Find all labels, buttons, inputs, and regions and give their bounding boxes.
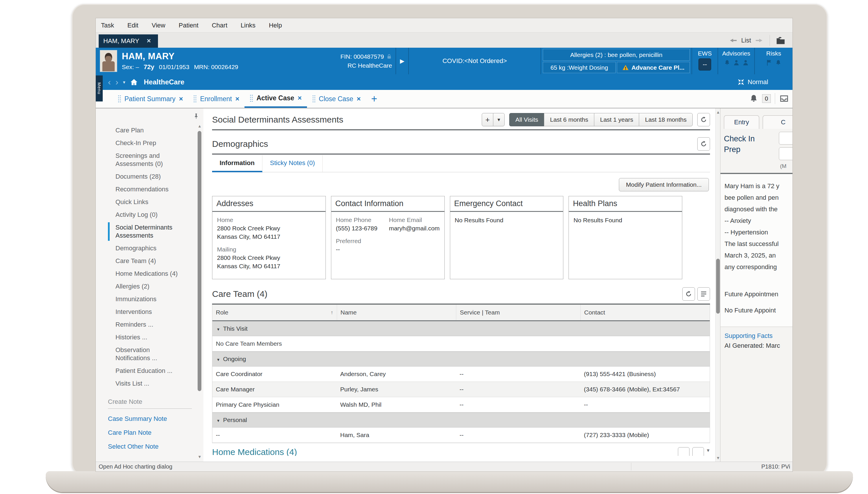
scroll-up-icon[interactable] (198, 124, 202, 129)
scroll-up-icon[interactable] (716, 110, 720, 115)
group-personal[interactable]: Personal (212, 413, 710, 428)
table-row[interactable]: Primary Care Physician Walsh MD, Phil --… (212, 397, 710, 413)
sidebar-item-check-in-prep[interactable]: Check-In Prep (112, 137, 185, 149)
back-icon[interactable]: ‹ (108, 78, 111, 87)
clipped-button[interactable] (779, 132, 793, 145)
scrollbar-thumb[interactable] (716, 259, 720, 314)
sidebar-item-reminders[interactable]: Reminders ... (112, 318, 185, 331)
drag-handle-icon[interactable] (193, 95, 197, 103)
care-plan-note-link[interactable]: Care Plan Note (108, 429, 192, 436)
close-icon[interactable] (235, 95, 239, 103)
table-row[interactable]: Care Coordinator Anderson, Carey -- (913… (212, 366, 710, 382)
menu-help[interactable]: Help (269, 22, 282, 29)
tab-enrollment[interactable]: Enrollment (188, 90, 245, 108)
home-icon[interactable] (130, 78, 138, 86)
menu-view[interactable]: View (151, 22, 165, 29)
tab-entry[interactable]: Entry (724, 115, 759, 129)
sidebar-item-recommendations[interactable]: Recommendations (112, 183, 185, 196)
close-icon[interactable] (179, 95, 183, 103)
clipped-button[interactable] (779, 147, 793, 160)
menu-links[interactable]: Links (241, 22, 255, 29)
refresh-button[interactable] (682, 287, 695, 301)
sidebar-item-allergies[interactable]: Allergies (2) (112, 280, 185, 293)
sidebar-item-interventions[interactable]: Interventions (112, 306, 185, 318)
weight-dosing-field[interactable]: 65 kg :Weight Dosing (543, 62, 616, 73)
advance-care-plan-field[interactable]: Advance Care Pl... (617, 62, 690, 73)
home-medications-title[interactable]: Home Medications (4) (212, 447, 297, 456)
column-role[interactable]: Role (212, 305, 337, 320)
close-icon[interactable] (298, 94, 302, 102)
sidebar-item-social-determinants[interactable]: Social Determinants Assessments (112, 221, 185, 242)
tab-information[interactable]: Information (212, 155, 263, 172)
sidebar-item-patient-education[interactable]: Patient Education ... (112, 364, 185, 377)
advisories-panel[interactable]: Advisories (718, 48, 754, 74)
tab-patient-summary[interactable]: Patient Summary (112, 90, 188, 108)
sidebar-item-home-medications[interactable]: Home Medications (4) (112, 267, 185, 280)
scroll-down-icon[interactable] (716, 455, 720, 460)
supporting-facts-link[interactable]: Supporting Facts (724, 332, 793, 340)
banner-expand-button[interactable] (396, 48, 408, 74)
add-tab-button[interactable]: + (366, 90, 382, 108)
home-label[interactable]: HealtheCare (144, 78, 184, 86)
chevron-down-icon[interactable]: ▾ (493, 113, 505, 126)
sidebar-item-care-plan[interactable]: Care Plan (112, 124, 185, 137)
filter-all-visits[interactable]: All Visits (509, 113, 544, 126)
modify-patient-information-button[interactable]: Modify Patient Information... (619, 178, 709, 191)
filter-last-6-months[interactable]: Last 6 months (544, 113, 594, 126)
arrow-right-icon[interactable] (755, 38, 763, 43)
table-row[interactable]: Care Manager Purley, James -- (345) 678-… (212, 382, 710, 397)
drag-handle-icon[interactable] (118, 95, 121, 103)
main-scrollbar[interactable] (715, 108, 720, 462)
close-icon[interactable] (147, 37, 151, 45)
sidebar-item-screenings[interactable]: Screenings and Assessments (0) (112, 149, 185, 170)
filter-last-18-months[interactable]: Last 18 months (639, 113, 693, 126)
refresh-button[interactable] (697, 137, 710, 151)
sidebar-item-observation-notifications[interactable]: Observation Notifications ... (112, 344, 185, 364)
group-ongoing[interactable]: Ongoing (212, 352, 710, 366)
close-icon[interactable] (357, 95, 361, 103)
sidebar-item-demographics[interactable]: Demographics (112, 242, 185, 255)
select-other-note-link[interactable]: Select Other Note (108, 443, 192, 450)
chevron-down-icon[interactable] (123, 79, 125, 85)
column-contact[interactable]: Contact (580, 305, 710, 320)
group-this-visit[interactable]: This Visit (212, 321, 710, 336)
case-summary-note-link[interactable]: Case Summary Note (108, 415, 192, 423)
menu-chart[interactable]: Chart (212, 22, 228, 29)
notification-count[interactable]: 0 (762, 94, 771, 103)
arrow-left-icon[interactable] (729, 38, 738, 43)
patient-photo[interactable] (100, 50, 117, 72)
allergies-field[interactable]: Allergies (2) : bee pollen, penicillin (543, 49, 690, 61)
sidebar-item-quick-links[interactable]: Quick Links (112, 196, 185, 208)
tab-clipped[interactable]: C (763, 115, 793, 129)
sidebar-item-immunizations[interactable]: Immunizations (112, 293, 185, 306)
menu-patient[interactable]: Patient (179, 22, 198, 29)
drag-handle-icon[interactable] (250, 94, 253, 102)
chevron-down-icon[interactable] (707, 447, 709, 454)
drag-handle-icon[interactable] (312, 95, 315, 103)
sidebar-item-care-team[interactable]: Care Team (4) (112, 255, 185, 267)
sidebar-scrollbar[interactable] (197, 124, 202, 459)
refresh-button[interactable] (697, 113, 710, 126)
tab-sticky-notes[interactable]: Sticky Notes (0) (263, 155, 323, 172)
sidebar-item-activity-log[interactable]: Activity Log (0) (112, 208, 185, 221)
refresh-button[interactable] (678, 447, 689, 456)
covid-status[interactable]: COVID:<Not Ordered> (409, 48, 541, 74)
ews-panel[interactable]: EWS -- (692, 48, 718, 74)
tab-active-case[interactable]: Active Case (245, 90, 307, 108)
menu-edit[interactable]: Edit (127, 22, 138, 29)
sidebar-item-documents[interactable]: Documents (28) (112, 170, 185, 183)
risks-panel[interactable]: Risks (755, 48, 793, 74)
sidebar-item-histories[interactable]: Histories ... (112, 331, 185, 344)
add-button[interactable]: + (482, 113, 493, 126)
scrollbar-thumb[interactable] (198, 131, 201, 391)
column-name[interactable]: Name (337, 305, 456, 320)
view-mode-control[interactable]: Normal (737, 78, 768, 86)
tab-close-case[interactable]: Close Case (307, 90, 366, 108)
patient-tab[interactable]: HAM, MARY (99, 34, 158, 48)
menu-button[interactable] (692, 447, 704, 456)
bell-icon[interactable] (749, 94, 758, 103)
scroll-down-icon[interactable] (198, 454, 202, 459)
folder-icon[interactable] (776, 37, 785, 44)
inbox-icon[interactable] (779, 94, 789, 103)
forward-icon[interactable]: › (115, 78, 118, 87)
